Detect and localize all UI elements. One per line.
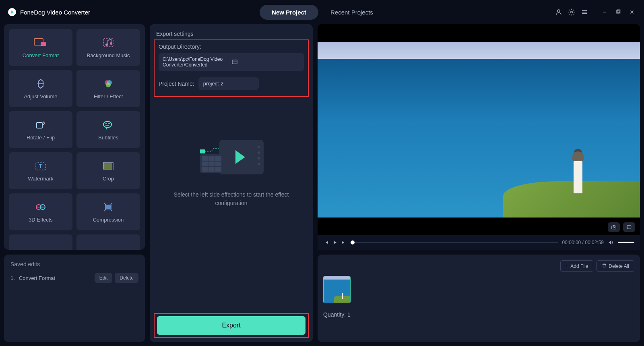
svg-rect-41 xyxy=(202,156,208,161)
plus-icon: + xyxy=(566,263,568,269)
3d-icon xyxy=(33,201,48,213)
tool-partial-2[interactable] xyxy=(76,234,140,250)
edit-icon xyxy=(33,247,48,250)
svg-rect-34 xyxy=(232,60,237,64)
svg-point-14 xyxy=(110,42,112,45)
skip-back previous-icon[interactable] xyxy=(323,240,329,245)
volume-icon[interactable] xyxy=(608,239,614,246)
tool-label: 3D Effects xyxy=(29,217,53,223)
svg-rect-51 xyxy=(612,226,616,229)
settings-icon[interactable] xyxy=(568,8,576,16)
video-viewport[interactable] xyxy=(318,24,640,235)
tool-subtitles[interactable]: Subtitles xyxy=(76,111,140,148)
screenshot-icon[interactable] xyxy=(608,222,620,232)
svg-rect-47 xyxy=(202,167,208,172)
tool-compression[interactable]: Compression xyxy=(76,193,140,230)
rotate-icon xyxy=(33,119,48,131)
minimize-icon[interactable] xyxy=(601,8,609,16)
tool-label: Filter / Effect xyxy=(94,93,123,99)
add-file-button[interactable]: +Add File xyxy=(560,260,593,272)
tool-adjust-volume[interactable]: Adjust Volume xyxy=(9,70,72,107)
project-name-input[interactable] xyxy=(198,77,259,90)
saved-edits-title: Saved edits xyxy=(10,261,138,267)
right-panel: 00:00:00 / 00:02:59 +Add File Delete All… xyxy=(318,24,640,342)
svg-point-37 xyxy=(258,151,260,154)
svg-rect-42 xyxy=(208,156,215,161)
output-directory-value: C:\Users\pc\FoneDog Video Converter\Conv… xyxy=(163,56,231,68)
svg-rect-53 xyxy=(627,226,631,229)
svg-point-0 xyxy=(557,10,560,12)
left-panel: Convert Format Background Music Adjust V… xyxy=(4,24,145,342)
menu-icon[interactable] xyxy=(580,8,588,16)
tool-label: Convert Format xyxy=(23,52,59,58)
effect-illustration-icon xyxy=(195,135,268,179)
filter-icon xyxy=(101,78,116,89)
svg-rect-48 xyxy=(208,167,215,172)
subtitles-icon xyxy=(101,119,116,131)
tool-label: Adjust Volume xyxy=(24,93,57,99)
svg-text:T: T xyxy=(39,163,43,169)
svg-point-52 xyxy=(613,227,615,228)
play-icon[interactable] xyxy=(332,240,338,245)
output-directory-field[interactable]: C:\Users\pc\FoneDog Video Converter\Conv… xyxy=(159,53,304,71)
effect-hint-text: Select the left side effections to start… xyxy=(156,191,306,207)
svg-rect-46 xyxy=(215,162,221,166)
trash-icon xyxy=(602,263,607,269)
svg-rect-45 xyxy=(208,162,215,166)
tool-filter-effect[interactable]: Filter / Effect xyxy=(76,70,140,107)
main-area: Convert Format Background Music Adjust V… xyxy=(0,24,644,346)
tab-new-project[interactable]: New Project xyxy=(260,5,318,20)
tab-recent-projects[interactable]: Recent Projects xyxy=(318,5,385,20)
video-frame xyxy=(318,42,640,218)
progress-slider[interactable] xyxy=(351,242,558,243)
tool-label: Compression xyxy=(93,217,124,223)
tool-watermark[interactable]: T Watermark xyxy=(9,152,72,189)
svg-point-39 xyxy=(258,163,260,165)
tool-rotate-flip[interactable]: Rotate / Flip xyxy=(9,111,72,148)
compress-icon xyxy=(101,201,116,213)
saved-edit-row: 1. Convert Format Edit Delete xyxy=(10,273,138,283)
svg-rect-7 xyxy=(617,10,620,12)
tool-crop[interactable]: Crop xyxy=(76,152,140,189)
app-title: FoneDog Video Converter xyxy=(20,9,90,16)
quantity-text: Quantity: 1 xyxy=(323,311,634,318)
svg-rect-43 xyxy=(215,156,221,161)
volume-icon xyxy=(33,78,48,89)
svg-rect-44 xyxy=(202,162,208,166)
delete-all-button[interactable]: Delete All xyxy=(597,260,634,272)
tool-label: Subtitles xyxy=(98,135,118,141)
tool-convert-format[interactable]: Convert Format xyxy=(9,29,72,66)
svg-rect-6 xyxy=(617,10,619,13)
saved-edits-panel: Saved edits 1. Convert Format Edit Delet… xyxy=(4,255,145,342)
close-icon[interactable] xyxy=(628,8,636,16)
file-thumbnail[interactable] xyxy=(323,276,351,303)
time-display: 00:00:00 / 00:02:59 xyxy=(562,240,604,245)
main-tabs: New Project Recent Projects xyxy=(260,5,385,20)
fullscreen-icon[interactable] xyxy=(623,222,635,232)
file-area: +Add File Delete All Quantity: 1 xyxy=(318,255,640,342)
svg-point-38 xyxy=(258,157,260,160)
tool-partial-1[interactable] xyxy=(9,234,72,250)
video-preview: 00:00:00 / 00:02:59 xyxy=(318,24,640,250)
effect-placeholder: Select the left side effections to start… xyxy=(156,103,306,313)
delete-button[interactable]: Delete xyxy=(115,273,138,283)
edit-button[interactable]: Edit xyxy=(95,273,113,283)
skip-next-icon[interactable] xyxy=(341,240,347,245)
export-button[interactable]: Export xyxy=(157,316,305,335)
crop-icon xyxy=(101,160,116,172)
svg-point-18 xyxy=(106,83,111,87)
playback-controls: 00:00:00 / 00:02:59 xyxy=(318,235,640,250)
tool-label: Background Music xyxy=(87,52,130,58)
app-logo xyxy=(8,8,16,16)
svg-rect-11 xyxy=(41,42,46,46)
tool-background-music[interactable]: Background Music xyxy=(76,29,140,66)
project-name-label: Project Name: xyxy=(159,81,194,87)
svg-point-36 xyxy=(258,146,260,148)
browse-folder-icon[interactable] xyxy=(231,58,300,66)
maximize-icon[interactable] xyxy=(614,8,622,16)
tool-3d-effects[interactable]: 3D Effects xyxy=(9,193,72,230)
user-icon[interactable] xyxy=(555,8,563,16)
svg-rect-26 xyxy=(104,163,112,169)
volume-slider[interactable] xyxy=(618,242,634,243)
svg-rect-20 xyxy=(103,122,111,127)
